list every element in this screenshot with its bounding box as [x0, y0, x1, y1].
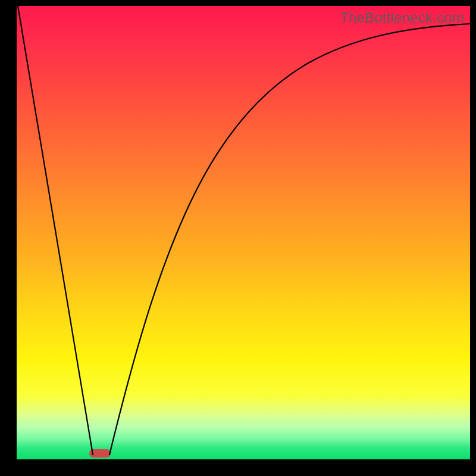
curve-right-leg [109, 24, 470, 455]
curve-left-leg [18, 6, 93, 455]
watermark-text: TheBottleneck.com [340, 10, 464, 26]
chart-frame: TheBottleneck.com [0, 0, 476, 476]
plot-area: TheBottleneck.com [17, 6, 470, 459]
curve-layer [17, 6, 470, 459]
